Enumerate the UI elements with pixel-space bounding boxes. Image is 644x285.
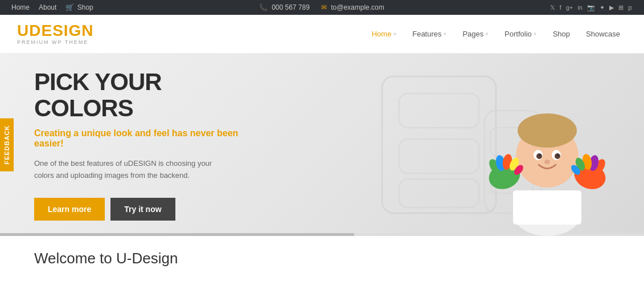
phone-contact: 📞 000 567 789: [259, 3, 310, 11]
welcome-title: Welcome to U-Design: [34, 250, 610, 267]
child-svg: [462, 65, 633, 236]
feedback-tab[interactable]: FEEDBACK: [0, 118, 14, 171]
nav-portfolio-plus: +: [534, 31, 537, 37]
nav-home[interactable]: Home +: [365, 26, 404, 42]
svg-point-28: [557, 154, 559, 156]
svg-point-29: [544, 160, 550, 164]
logo: UDESIGN PREMIUM WP THEME: [17, 23, 94, 45]
social-pinterest[interactable]: 𝕡: [628, 4, 633, 11]
social-facebook[interactable]: f: [560, 4, 561, 11]
hero-image: [462, 65, 633, 236]
nav-home-plus: +: [393, 31, 396, 37]
try-it-now-button[interactable]: Try it now: [110, 198, 175, 221]
hero-title: PICK YOUR COLORS: [34, 69, 262, 121]
nav-portfolio[interactable]: Portfolio +: [498, 26, 544, 42]
top-bar-social: 𝕏 f g+ in 📷 ✦ ▶ ⊞ 𝕡: [550, 4, 633, 11]
nav-features[interactable]: Features +: [405, 26, 453, 42]
topbar-home-link[interactable]: Home: [11, 3, 30, 11]
svg-rect-10: [513, 190, 581, 225]
hero-section: FEEDBACK PICK YOUR COLORS Creating a uni…: [0, 54, 644, 236]
top-bar: Home About 🛒 Shop 📞 000 567 789 ✉ to@exa…: [0, 0, 644, 15]
social-twitter[interactable]: 𝕏: [550, 4, 555, 11]
nav-showcase[interactable]: Showcase: [579, 26, 627, 42]
nav-pages-plus: +: [485, 31, 489, 37]
nav-pages[interactable]: Pages +: [456, 26, 495, 42]
svg-point-27: [539, 154, 541, 156]
hero-subtitle: Creating a unique look and feel has neve…: [34, 128, 262, 149]
main-nav: Home + Features + Pages + Portfolio + Sh…: [365, 26, 627, 42]
phone-icon: 📞: [259, 3, 268, 11]
social-flickr[interactable]: ⊞: [618, 4, 624, 11]
logo-tagline: PREMIUM WP THEME: [17, 40, 94, 45]
topbar-about-link[interactable]: About: [39, 3, 56, 11]
svg-point-9: [518, 113, 577, 148]
cart-icon: 🛒: [65, 3, 74, 11]
header: UDESIGN PREMIUM WP THEME Home + Features…: [0, 15, 644, 54]
nav-shop[interactable]: Shop: [546, 26, 577, 42]
nav-features-plus: +: [444, 31, 447, 37]
learn-more-button[interactable]: Learn more: [34, 198, 105, 221]
social-googleplus[interactable]: g+: [566, 4, 573, 11]
email-icon: ✉: [321, 3, 327, 11]
hero-content: PICK YOUR COLORS Creating a unique look …: [0, 54, 296, 236]
hero-buttons: Learn more Try it now: [34, 198, 262, 221]
topbar-shop-link[interactable]: 🛒 Shop: [65, 3, 93, 11]
social-linkedin[interactable]: in: [577, 4, 583, 11]
top-bar-contact: 📞 000 567 789 ✉ to@example.com: [259, 3, 384, 11]
logo-u: U: [17, 22, 29, 39]
logo-wordmark: UDESIGN: [17, 23, 94, 39]
social-instagram[interactable]: 📷: [587, 4, 595, 11]
social-star[interactable]: ✦: [600, 4, 605, 11]
welcome-section: Welcome to U-Design: [0, 236, 644, 273]
email-contact: ✉ to@example.com: [321, 3, 384, 11]
social-youtube[interactable]: ▶: [609, 4, 614, 11]
top-bar-nav: Home About 🛒 Shop: [11, 3, 93, 11]
hero-description: One of the best features of uDESIGN is c…: [34, 158, 228, 182]
